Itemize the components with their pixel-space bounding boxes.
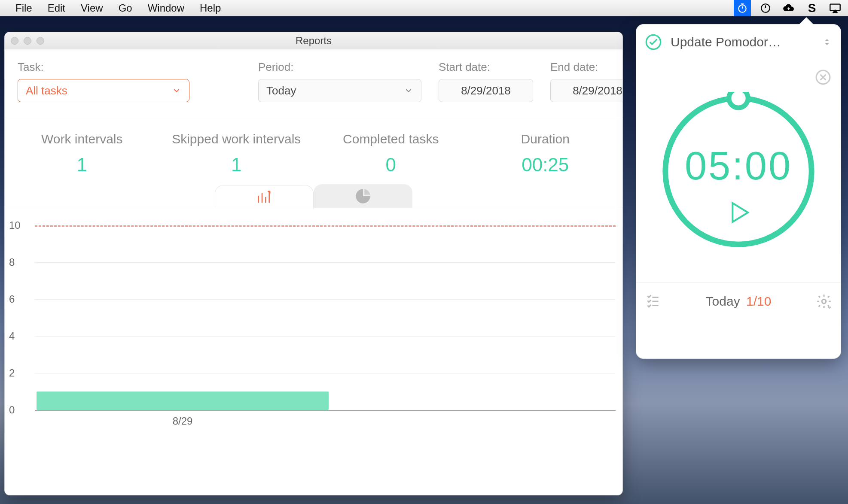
timer-dial: 05:00 bbox=[659, 92, 818, 251]
timer-popover: Update Pomodor… 05:00 Today 1/10 bbox=[636, 24, 841, 359]
reports-window: Reports Task: All tasks Period: Today St… bbox=[4, 32, 623, 495]
menu-edit[interactable]: Edit bbox=[40, 2, 73, 14]
timer-panel: 05:00 bbox=[636, 60, 841, 283]
tab-bar-chart[interactable] bbox=[215, 185, 314, 209]
menu-file[interactable]: File bbox=[8, 2, 40, 14]
menu-help[interactable]: Help bbox=[192, 2, 229, 14]
current-task-name[interactable]: Update Pomodor… bbox=[671, 35, 813, 49]
check-circle-icon[interactable] bbox=[645, 33, 662, 51]
close-icon[interactable] bbox=[815, 69, 831, 85]
stat-duration: Duration 00:25 bbox=[468, 132, 623, 176]
pie-chart-icon bbox=[354, 188, 372, 205]
gridline bbox=[35, 225, 616, 227]
y-tick-label: 4 bbox=[9, 330, 15, 342]
updown-arrows-icon[interactable] bbox=[822, 36, 832, 49]
filters-row: Task: All tasks Period: Today Start date… bbox=[5, 49, 622, 117]
stat-value: 1 bbox=[5, 154, 159, 176]
menu-view[interactable]: View bbox=[73, 2, 111, 14]
svg-point-7 bbox=[822, 299, 826, 304]
stat-completed: Completed tasks 0 bbox=[314, 132, 468, 176]
end-date-label: End date: bbox=[550, 61, 623, 74]
airplay-icon[interactable] bbox=[827, 0, 844, 16]
play-icon[interactable] bbox=[724, 198, 753, 227]
popover-header: Update Pomodor… bbox=[636, 24, 841, 60]
task-label: Task: bbox=[18, 61, 189, 74]
footer-progress: Today 1/10 bbox=[706, 294, 772, 309]
y-tick-label: 8 bbox=[9, 256, 15, 268]
y-tick-label: 0 bbox=[9, 404, 15, 416]
y-tick-label: 2 bbox=[9, 367, 15, 379]
timer-icon[interactable] bbox=[734, 0, 751, 16]
stat-label: Duration bbox=[468, 132, 623, 146]
menu-left: File Edit View Go Window Help bbox=[0, 2, 229, 14]
gear-icon[interactable] bbox=[816, 293, 832, 310]
end-date-input[interactable]: 8/29/2018 bbox=[550, 79, 623, 102]
period-label: Period: bbox=[258, 61, 421, 74]
stat-value: 1 bbox=[159, 154, 314, 176]
stat-label: Skipped work intervals bbox=[159, 132, 314, 146]
svg-point-6 bbox=[729, 92, 748, 108]
menu-window[interactable]: Window bbox=[140, 2, 192, 14]
footer-fraction: 1/10 bbox=[746, 294, 771, 308]
period-select[interactable]: Today bbox=[258, 79, 421, 102]
chevron-down-icon bbox=[404, 86, 413, 95]
task-select[interactable]: All tasks bbox=[18, 79, 189, 102]
start-date-label: Start date: bbox=[439, 61, 533, 74]
task-select-value: All tasks bbox=[26, 84, 67, 97]
gridline bbox=[35, 299, 616, 300]
menubar: File Edit View Go Window Help S bbox=[0, 0, 848, 16]
gridline bbox=[35, 336, 616, 337]
stat-label: Completed tasks bbox=[314, 132, 468, 146]
bar-chart-icon bbox=[256, 188, 273, 206]
stat-work-intervals: Work intervals 1 bbox=[5, 132, 159, 176]
y-tick-label: 10 bbox=[9, 219, 21, 231]
checklist-icon[interactable] bbox=[645, 293, 661, 310]
stat-skipped: Skipped work intervals 1 bbox=[159, 132, 314, 176]
menu-right-icons: S bbox=[734, 0, 844, 16]
stats-row: Work intervals 1 Skipped work intervals … bbox=[5, 117, 622, 176]
s-icon[interactable]: S bbox=[803, 0, 821, 16]
x-tick-label: 8/29 bbox=[173, 415, 193, 427]
gridline bbox=[35, 373, 616, 373]
titlebar: Reports bbox=[5, 32, 622, 49]
y-tick-label: 6 bbox=[9, 293, 15, 305]
stat-value: 0 bbox=[314, 154, 468, 176]
end-date-value: 8/29/2018 bbox=[573, 84, 622, 97]
chevron-down-icon bbox=[172, 86, 181, 95]
x-axis-line bbox=[35, 410, 616, 411]
power-icon[interactable] bbox=[757, 0, 774, 16]
tab-pie-chart[interactable] bbox=[314, 184, 412, 208]
window-title: Reports bbox=[5, 35, 622, 47]
chart-bar bbox=[37, 392, 329, 410]
period-select-value: Today bbox=[266, 84, 296, 97]
chart-area: 02468108/29 bbox=[5, 208, 622, 457]
timer-time: 05:00 bbox=[659, 143, 818, 188]
cloud-up-icon[interactable] bbox=[780, 0, 797, 16]
gridline bbox=[35, 262, 616, 263]
start-date-value: 8/29/2018 bbox=[461, 84, 511, 97]
menu-go[interactable]: Go bbox=[111, 2, 140, 14]
stat-value: 00:25 bbox=[468, 154, 623, 176]
start-date-input[interactable]: 8/29/2018 bbox=[439, 79, 533, 102]
popover-footer: Today 1/10 bbox=[636, 283, 841, 320]
footer-label: Today bbox=[706, 294, 740, 308]
stat-label: Work intervals bbox=[5, 132, 159, 146]
chart-tabs bbox=[5, 184, 622, 208]
